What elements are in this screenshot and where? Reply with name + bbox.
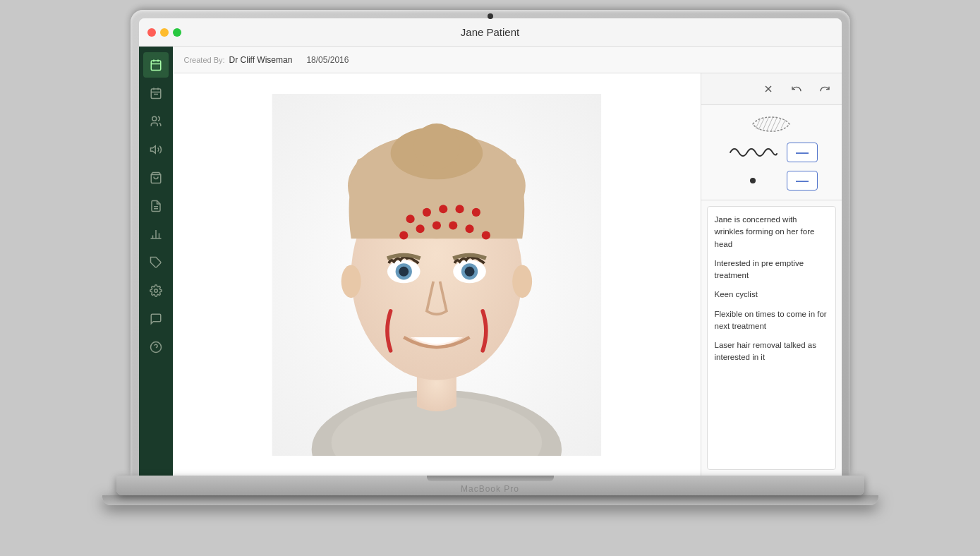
laptop-base: MacBook Pro xyxy=(116,476,864,495)
svg-line-51 xyxy=(758,119,764,130)
drawing-tools: — — xyxy=(701,105,842,200)
created-by-label: Created By: xyxy=(184,56,225,64)
svg-point-40 xyxy=(455,205,464,213)
content-area: Created By: Dr Cliff Wiseman 18/05/2016 xyxy=(173,47,842,476)
sidebar-item-settings[interactable] xyxy=(143,278,169,303)
minimize-button[interactable] xyxy=(160,28,169,37)
traffic-lights xyxy=(147,28,181,37)
sidebar-item-speaker[interactable] xyxy=(143,137,169,162)
close-annotation-button[interactable] xyxy=(758,79,778,99)
svg-point-19 xyxy=(154,289,157,293)
svg-point-36 xyxy=(464,266,474,276)
screen-inner: Jane Patient xyxy=(139,18,842,476)
svg-point-29 xyxy=(341,265,361,298)
main-layout: Created By: Dr Cliff Wiseman 18/05/2016 xyxy=(139,47,842,476)
date-section: 18/05/2016 xyxy=(306,55,349,65)
svg-point-45 xyxy=(449,221,457,229)
svg-point-47 xyxy=(481,231,490,239)
notes-area: Jane is concerned with wrinkles forming … xyxy=(707,206,836,470)
sidebar xyxy=(139,47,173,476)
patient-face-svg xyxy=(212,94,661,456)
svg-point-38 xyxy=(422,207,430,216)
sidebar-item-calendar-alt[interactable] xyxy=(143,80,169,106)
svg-point-30 xyxy=(512,265,532,298)
area-shape-tool[interactable] xyxy=(743,114,799,135)
dot-minus-button[interactable]: — xyxy=(787,171,818,191)
svg-line-56 xyxy=(781,120,785,128)
tool-row-area xyxy=(707,114,836,135)
svg-point-43 xyxy=(416,224,424,233)
redo-button[interactable] xyxy=(815,79,835,99)
svg-point-41 xyxy=(471,207,480,216)
sidebar-item-chart[interactable] xyxy=(143,222,169,247)
wave-minus-button[interactable]: — xyxy=(787,143,818,162)
svg-line-55 xyxy=(775,119,781,130)
created-by-section: Created By: Dr Cliff Wiseman xyxy=(184,55,293,65)
svg-point-35 xyxy=(399,266,409,276)
title-bar: Jane Patient xyxy=(139,18,842,47)
notes-paragraph-2: Interested in pre emptive treatment xyxy=(715,258,828,282)
sidebar-item-help[interactable] xyxy=(143,334,169,360)
svg-rect-0 xyxy=(151,61,161,71)
right-panel: — — xyxy=(701,73,842,476)
sidebar-item-chat[interactable] xyxy=(143,306,169,332)
svg-point-42 xyxy=(399,231,408,239)
close-button[interactable] xyxy=(147,28,156,37)
patient-photo-container xyxy=(173,73,701,476)
sidebar-item-calendar[interactable] xyxy=(143,52,169,78)
fullscreen-button[interactable] xyxy=(173,28,181,37)
tool-row-wave: — xyxy=(707,142,836,163)
right-panel-toolbar xyxy=(701,73,842,105)
svg-point-46 xyxy=(465,224,473,233)
wave-line-tool[interactable] xyxy=(725,142,781,163)
svg-point-37 xyxy=(406,214,414,223)
sidebar-item-users[interactable] xyxy=(143,109,169,134)
svg-point-57 xyxy=(750,178,756,183)
laptop-screen: Jane Patient xyxy=(131,10,850,476)
dot-tool[interactable] xyxy=(725,170,781,191)
notes-paragraph-4: Flexible on times to come in for next tr… xyxy=(715,308,828,333)
tool-row-dot: — xyxy=(707,170,836,191)
notes-paragraph-1: Jane is concerned with wrinkles forming … xyxy=(715,214,828,250)
notes-paragraph-5: Laser hair removal talked as interested … xyxy=(715,339,828,364)
undo-button[interactable] xyxy=(787,79,806,99)
laptop-wrapper: Jane Patient xyxy=(102,10,878,546)
svg-point-44 xyxy=(432,221,440,229)
window-title: Jane Patient xyxy=(461,26,519,38)
image-notes-area: — — xyxy=(173,73,842,476)
sidebar-item-puzzle[interactable] xyxy=(143,250,169,275)
patient-date: 18/05/2016 xyxy=(306,55,349,65)
app-screen: Jane Patient xyxy=(139,18,842,476)
notes-text: Jane is concerned with wrinkles forming … xyxy=(715,214,828,364)
svg-point-9 xyxy=(152,116,156,121)
sidebar-item-basket[interactable] xyxy=(143,165,169,191)
doctor-name: Dr Cliff Wiseman xyxy=(229,55,293,65)
sidebar-item-document[interactable] xyxy=(143,193,169,219)
camera-dot xyxy=(488,13,493,19)
photo-area xyxy=(173,73,701,476)
notes-paragraph-3: Keen cyclist xyxy=(715,289,828,301)
patient-info-bar: Created By: Dr Cliff Wiseman 18/05/2016 xyxy=(173,47,842,73)
svg-point-28 xyxy=(413,123,459,169)
svg-marker-10 xyxy=(150,146,155,154)
laptop-bottom xyxy=(102,495,878,505)
svg-point-39 xyxy=(439,205,447,213)
laptop-brand: MacBook Pro xyxy=(461,484,519,494)
